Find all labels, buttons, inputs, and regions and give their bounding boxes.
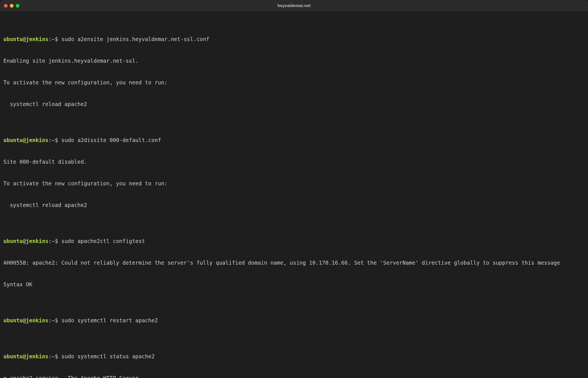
prompt-line: ubuntu@jenkins:~$ sudo systemctl status … [3,353,585,360]
command-text: sudo a2dissite 000-default.conf [61,137,161,143]
command-text: sudo apache2ctl configtest [61,238,145,244]
prompt-user: ubuntu [3,36,23,42]
close-icon[interactable] [4,4,8,8]
terminal-body[interactable]: ubuntu@jenkins:~$ sudo a2ensite jenkins.… [0,11,588,378]
titlebar: heyvaldemar.net [0,0,588,11]
output-line: To activate the new configuration, you n… [3,180,585,187]
window-title: heyvaldemar.net [277,3,311,8]
output-line: Enabling site jenkins.heyvaldemar.net-ss… [3,57,585,65]
prompt-line: ubuntu@jenkins:~$ sudo apache2ctl config… [3,238,585,245]
output-line: systemctl reload apache2 [3,202,585,209]
output-line: Syntax OK [3,281,585,288]
output-line: To activate the new configuration, you n… [3,79,585,86]
command-text: sudo a2ensite jenkins.heyvaldemar.net-ss… [61,36,209,42]
minimize-icon[interactable] [10,4,14,8]
prompt-colon: : [48,36,51,42]
prompt-line: ubuntu@jenkins:~$ sudo systemctl restart… [3,317,585,324]
output-line: systemctl reload apache2 [3,101,585,108]
status-dot-icon: ● [3,375,6,378]
maximize-icon[interactable] [16,4,19,8]
output-line: Site 000-default disabled. [3,158,585,166]
terminal-window: heyvaldemar.net ubuntu@jenkins:~$ sudo a… [0,0,588,378]
prompt-at: @ [23,36,26,42]
prompt-dollar: $ [55,36,61,42]
status-header: ● apache2.service - The Apache HTTP Serv… [3,375,585,378]
prompt-host: jenkins [26,36,48,42]
prompt-line: ubuntu@jenkins:~$ sudo a2dissite 000-def… [3,137,585,144]
command-text: sudo systemctl status apache2 [61,353,155,359]
window-controls [4,4,19,8]
output-line: AH00558: apache2: Could not reliably det… [3,259,585,267]
prompt-path: ~ [52,36,55,42]
command-text: sudo systemctl restart apache2 [61,317,158,323]
prompt-line: ubuntu@jenkins:~$ sudo a2ensite jenkins.… [3,36,585,43]
